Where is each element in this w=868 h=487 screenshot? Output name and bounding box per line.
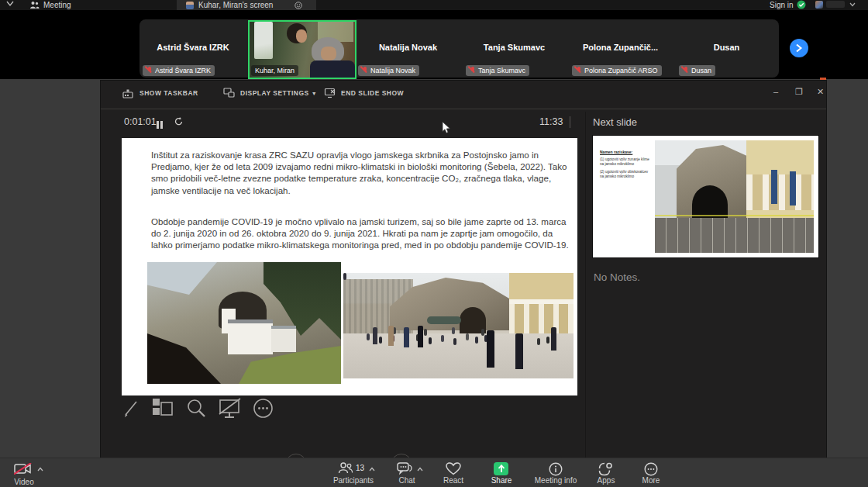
postojna-cave-entrance-crowd-photo — [343, 273, 574, 378]
participant-tile[interactable]: Polona Zupančič... Polona Zupančič ARSO — [567, 19, 673, 78]
flag — [254, 22, 273, 59]
smiley-icon[interactable] — [294, 2, 302, 9]
thumb-item: (1) ugotoviti vpliv zunanje klime na jam… — [600, 157, 649, 167]
share-icon — [494, 462, 508, 475]
meeting-info-label: Meeting info — [529, 476, 583, 485]
participants-label: Participants — [324, 476, 383, 485]
chevron-up-icon[interactable] — [417, 466, 423, 472]
display-settings-button[interactable]: DISPLAY SETTINGS ▼ — [240, 88, 317, 98]
show-taskbar-button[interactable]: SHOW TASKBAR — [140, 88, 198, 98]
display-settings-label: DISPLAY SETTINGS — [240, 89, 309, 97]
name-pill-label: Dusan — [691, 67, 711, 74]
participant-tile[interactable]: Tanja Skumavc Tanja Skumavc — [461, 19, 567, 78]
pen-tool-button[interactable] — [122, 398, 141, 418]
next-slide-thumbnail[interactable]: Namen raziskave: (1) ugotoviti vpliv zun… — [593, 136, 818, 257]
chevron-down-icon[interactable] — [6, 1, 14, 7]
more-options-button[interactable] — [253, 398, 274, 419]
tab-shared-screen[interactable]: Kuhar, Miran's screen — [177, 0, 316, 10]
video-button[interactable]: Video — [11, 461, 57, 486]
participant-tile[interactable]: Dusan Dusan — [674, 19, 779, 78]
restart-timer-button[interactable] — [174, 116, 184, 126]
tab-shared-screen-label: Kuhar, Miran's screen — [198, 0, 273, 10]
mic-off-icon — [576, 67, 582, 74]
minimize-button[interactable]: – — [773, 87, 778, 96]
chevron-down-icon[interactable] — [849, 2, 856, 7]
next-participants-button[interactable] — [790, 39, 808, 57]
thumb-photo — [655, 140, 814, 253]
thumb-heading: Namen raziskave: — [600, 150, 649, 154]
camera-off-icon — [14, 463, 33, 475]
people-icon — [338, 462, 353, 474]
apps-button[interactable]: Apps — [587, 460, 625, 486]
wet-plaza — [655, 218, 814, 253]
mic-off-icon — [146, 67, 153, 74]
heart-icon — [446, 462, 461, 475]
taskbar-icon — [122, 88, 133, 98]
name-pill-label: Tanja Skumavc — [478, 67, 525, 74]
zoom-slide-button[interactable] — [186, 398, 206, 418]
caret-down-icon: ▼ — [312, 91, 317, 96]
blank-screen-button[interactable] — [219, 398, 242, 419]
info-icon — [549, 462, 563, 476]
chevron-up-icon[interactable] — [37, 466, 43, 472]
participant-tile[interactable]: Astrid Švara IZRK Astrid Švara IZRK — [140, 19, 246, 78]
slide-timer: 0:01:01 — [124, 116, 157, 127]
mic-off-icon — [683, 67, 689, 74]
slide-paragraph: Obdobje pandemije COVID-19 je močno vpli… — [151, 216, 576, 251]
avatar — [186, 2, 194, 9]
participant-tile-video[interactable]: Kuhar, Miran — [248, 20, 356, 79]
person — [515, 333, 523, 369]
pause-timer-button[interactable] — [157, 118, 163, 132]
apps-label: Apps — [587, 476, 625, 485]
person2-face — [321, 47, 336, 60]
yellow-tape — [655, 215, 814, 216]
react-button[interactable]: React — [436, 460, 471, 486]
building — [746, 140, 814, 221]
share-button[interactable]: Share — [482, 460, 522, 486]
tab-meeting[interactable]: Meeting — [43, 0, 71, 10]
account-name[interactable] — [826, 1, 845, 8]
crowd-dots — [343, 273, 346, 280]
restore-button[interactable]: ❐ — [795, 87, 803, 96]
thumb-text: Namen raziskave: (1) ugotoviti vpliv zun… — [600, 150, 649, 179]
presenter-view-window: SHOW TASKBAR DISPLAY SETTINGS ▼ END SLID… — [101, 81, 826, 462]
chevron-up-icon[interactable] — [369, 466, 375, 472]
meeting-info-button[interactable]: Meeting info — [529, 460, 583, 486]
mic-off-icon — [470, 67, 476, 74]
current-slide[interactable]: Inštitut za raziskovanje krasa ZRC SAZU … — [122, 138, 577, 395]
more-label: More — [632, 476, 670, 485]
banner — [771, 170, 777, 204]
end-show-icon — [324, 88, 336, 98]
participant-tile[interactable]: Natalija Novak Natalija Novak — [355, 19, 461, 78]
name-pill: Dusan — [679, 65, 715, 76]
name-pill-label: Polona Zupančič ARSO — [584, 67, 658, 74]
mic-off-icon — [362, 67, 368, 74]
clock: 11:33 — [539, 116, 563, 127]
cursor-arrow — [442, 121, 451, 134]
participant-name: Astrid Švara IZRK — [140, 43, 246, 52]
close-button[interactable]: ✕ — [817, 87, 824, 96]
panel-divider — [585, 112, 586, 462]
end-slide-show-button[interactable]: END SLIDE SHOW — [341, 88, 404, 98]
chat-label: Chat — [388, 476, 426, 485]
all-slides-button[interactable] — [152, 398, 174, 418]
chat-button[interactable]: Chat — [388, 460, 431, 486]
participant-name: Natalija Novak — [355, 43, 461, 52]
shield-check-icon — [797, 0, 806, 9]
people-icon — [29, 1, 40, 9]
sign-in-button[interactable]: Sign in — [770, 0, 794, 10]
sky — [147, 262, 217, 295]
person-face — [296, 29, 307, 43]
zoom-top-strip: Meeting Kuhar, Miran's screen Sign in As… — [0, 0, 868, 79]
name-pill-label: Kuhar, Miran — [255, 67, 294, 74]
participants-button[interactable]: 13 Participants — [324, 460, 383, 486]
castle-wing — [271, 326, 296, 352]
person — [551, 327, 556, 351]
pause-icon — [157, 121, 159, 129]
participant-name: Dusan — [674, 43, 779, 52]
notes-text: No Notes. — [594, 271, 640, 283]
more-icon — [644, 462, 658, 476]
more-button[interactable]: More — [632, 460, 670, 486]
account-avatar[interactable] — [815, 1, 823, 9]
participants-count: 13 — [356, 464, 364, 472]
